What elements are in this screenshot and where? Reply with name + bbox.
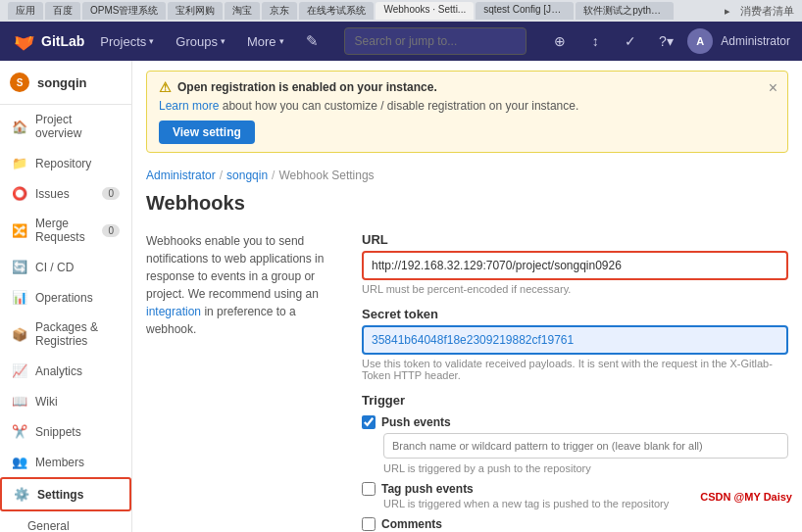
- avatar[interactable]: A: [687, 28, 713, 54]
- integration-link[interactable]: integration: [146, 305, 201, 318]
- breadcrumb-admin[interactable]: Administrator: [146, 169, 216, 182]
- sidebar-item-label: Issues: [35, 187, 70, 201]
- trigger-label: Trigger: [362, 393, 788, 408]
- sidebar-item-project-overview[interactable]: 🏠 Project overview: [0, 105, 131, 148]
- issues-count: 0: [102, 187, 120, 200]
- tag-push-hint: URL is triggered when a new tag is pushe…: [383, 498, 788, 509]
- sidebar-item-packages[interactable]: 📦 Packages & Registries: [0, 313, 131, 356]
- nav-groups[interactable]: Groups ▾: [170, 30, 231, 53]
- sidebar-item-wiki[interactable]: 📖 Wiki: [0, 386, 131, 416]
- trigger-section: Trigger Push events URL is triggered by …: [362, 393, 788, 532]
- sidebar-item-general[interactable]: General: [0, 511, 131, 532]
- push-events-checkbox[interactable]: [362, 415, 376, 429]
- sidebar: S songqin 🏠 Project overview 📁 Repositor…: [0, 61, 132, 532]
- tag-push-checkbox[interactable]: [362, 482, 376, 496]
- breadcrumb-sep-2: /: [272, 169, 275, 182]
- issues-icon: ⭕: [12, 186, 27, 201]
- sidebar-item-label: Project overview: [35, 113, 120, 140]
- sidebar-user-section: S songqin: [0, 61, 131, 105]
- two-column-layout: Webhooks enable you to send notification…: [132, 232, 802, 532]
- analytics-icon: 📈: [12, 363, 27, 378]
- nav-merge-icon[interactable]: ↕: [581, 27, 609, 55]
- sidebar-item-label: Members: [35, 456, 84, 469]
- snippets-icon: ✂️: [12, 424, 27, 439]
- webhook-form: URL URL must be percent-encoded if neces…: [362, 232, 788, 532]
- push-events-input-box: [383, 433, 788, 459]
- main-layout: S songqin 🏠 Project overview 📁 Repositor…: [0, 61, 802, 532]
- tab-baoli[interactable]: 宝利网购: [168, 2, 223, 20]
- tab-jd[interactable]: 京东: [262, 2, 297, 20]
- breadcrumb-songqin[interactable]: songqin: [226, 169, 268, 182]
- sidebar-item-label: Packages & Registries: [35, 320, 120, 348]
- packages-icon: 📦: [12, 327, 27, 342]
- tab-sqtest[interactable]: sqtest Config [Jen...: [476, 2, 574, 20]
- tab-taobao[interactable]: 淘宝: [225, 2, 260, 20]
- repository-icon: 📁: [12, 156, 27, 170]
- tag-push-label[interactable]: Tag push events: [362, 482, 788, 496]
- push-events-label[interactable]: Push events: [362, 415, 788, 429]
- sidebar-item-merge-requests[interactable]: 🔀 Merge Requests 0: [0, 209, 131, 252]
- nav-more[interactable]: More ▾: [241, 30, 290, 53]
- gitlab-brand: GitLab: [41, 33, 84, 49]
- nav-projects[interactable]: Projects ▾: [94, 30, 160, 53]
- trigger-comments: Comments URL is triggered when someone a…: [362, 517, 788, 532]
- browser-tabs: 应用 百度 OPMS管理系统 宝利网购 淘宝 京东 在线考试系统 Webhook…: [8, 2, 719, 20]
- banner-link-suffix: about how you can customize / disable re…: [223, 99, 579, 113]
- url-input[interactable]: [362, 251, 788, 280]
- comments-text: Comments: [381, 517, 442, 531]
- tab-exam[interactable]: 在线考试系统: [299, 2, 374, 20]
- merge-icon: 🔀: [12, 223, 27, 238]
- secret-input[interactable]: [362, 325, 788, 355]
- tab-opms[interactable]: OPMS管理系统: [82, 2, 166, 20]
- sidebar-item-label: Operations: [35, 291, 93, 305]
- sidebar-item-operations[interactable]: 📊 Operations: [0, 282, 131, 313]
- sidebar-item-issues[interactable]: ⭕ Issues 0: [0, 178, 131, 209]
- home-icon: 🏠: [12, 120, 27, 134]
- comments-checkbox[interactable]: [362, 517, 376, 531]
- sidebar-item-label: Repository: [35, 157, 91, 170]
- merge-count: 0: [102, 224, 120, 237]
- secret-form-group: Secret token Use this token to validate …: [362, 307, 788, 381]
- sidebar-item-snippets[interactable]: ✂️ Snippets: [0, 416, 131, 447]
- trigger-tag-push-events: Tag push events URL is triggered when a …: [362, 482, 788, 509]
- comments-label[interactable]: Comments: [362, 517, 788, 531]
- sidebar-item-label: Settings: [37, 488, 83, 502]
- nav-pencil[interactable]: ✎: [300, 28, 325, 54]
- view-setting-button[interactable]: View setting: [159, 121, 255, 144]
- push-branch-input[interactable]: [383, 433, 788, 459]
- tab-webhooks[interactable]: Webhooks · Setti...: [376, 2, 474, 20]
- operations-icon: 📊: [12, 290, 27, 305]
- breadcrumb: Administrator / songqin / Webhook Settin…: [132, 163, 802, 188]
- sidebar-item-members[interactable]: 👥 Members: [0, 447, 131, 477]
- cicd-icon: 🔄: [12, 260, 27, 274]
- sidebar-item-cicd[interactable]: 🔄 CI / CD: [0, 252, 131, 282]
- gitlab-logo[interactable]: GitLab: [12, 29, 84, 53]
- banner-close-button[interactable]: ×: [769, 79, 777, 97]
- nav-plus-icon[interactable]: ⊕: [546, 27, 574, 55]
- tab-baidu[interactable]: 百度: [45, 2, 80, 20]
- sidebar-item-label: Snippets: [35, 425, 81, 439]
- main-content: ⚠ Open registration is enabled on your i…: [132, 61, 802, 532]
- sidebar-item-analytics[interactable]: 📈 Analytics: [0, 356, 131, 386]
- banner-link[interactable]: Learn more: [159, 99, 219, 113]
- url-form-group: URL URL must be percent-encoded if neces…: [362, 232, 788, 295]
- sidebar-item-label: CI / CD: [35, 261, 74, 274]
- secret-label: Secret token: [362, 307, 788, 321]
- browser-more-tabs[interactable]: ▸: [725, 5, 730, 18]
- chevron-down-icon: ▾: [221, 36, 226, 46]
- url-label: URL: [362, 232, 788, 247]
- sidebar-avatar: S: [10, 73, 29, 92]
- browser-bar: 应用 百度 OPMS管理系统 宝利网购 淘宝 京东 在线考试系统 Webhook…: [0, 0, 802, 22]
- tab-python[interactable]: 软件测试之python...: [576, 2, 674, 20]
- nav-issues-icon[interactable]: ✓: [617, 27, 644, 55]
- tab-apps[interactable]: 应用: [8, 2, 43, 20]
- settings-icon: ⚙️: [14, 487, 29, 502]
- warning-icon: ⚠: [159, 79, 172, 95]
- trigger-push-events: Push events URL is triggered by a push t…: [362, 415, 788, 474]
- nav-help-icon[interactable]: ?▾: [652, 27, 679, 55]
- sidebar-item-settings[interactable]: ⚙️ Settings: [0, 477, 131, 511]
- sidebar-item-label: General: [27, 519, 70, 532]
- sidebar-item-repository[interactable]: 📁 Repository: [0, 148, 131, 178]
- search-input[interactable]: [344, 27, 527, 55]
- chevron-down-icon: ▾: [149, 36, 154, 46]
